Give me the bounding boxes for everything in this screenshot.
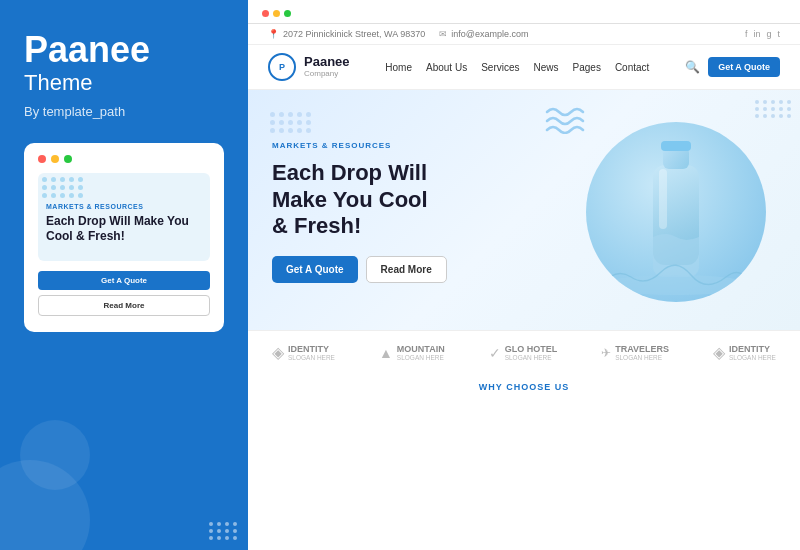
brand-title: Paanee [24, 30, 224, 70]
google-icon[interactable]: g [766, 29, 771, 39]
brand-travelers: ✈ TRAVELERS SLOGAN HERE [601, 344, 669, 361]
search-icon[interactable]: 🔍 [685, 60, 700, 74]
brand-slogan-5: SLOGAN HERE [729, 354, 776, 361]
twitter-icon[interactable]: t [777, 29, 780, 39]
why-choose-title: WHY CHOOSE US [272, 382, 776, 392]
browser-dot-yellow [273, 10, 280, 17]
brand-icon-1: ◈ [272, 343, 284, 362]
brand-icon-3: ✓ [489, 345, 501, 361]
hero-dots-top-right [755, 100, 792, 118]
hero-tag: MARKETS & RESOURCES [272, 141, 472, 150]
brand-slogan-4: SLOGAN HERE [615, 354, 669, 361]
brand-slogan-3: SLOGAN HERE [505, 354, 558, 361]
svg-rect-3 [659, 169, 667, 229]
hero-dots-left [270, 112, 312, 133]
nav-services[interactable]: Services [481, 62, 519, 73]
brand-slogan-2: SLOGAN HERE [397, 354, 445, 361]
brand-identity-1: ◈ IDENTITY SLOGAN HERE [272, 343, 335, 362]
nav-contact[interactable]: Contact [615, 62, 649, 73]
brand-name-3: GLO HOTEL [505, 344, 558, 354]
brand-author: By template_path [24, 104, 224, 119]
hero-read-more-button[interactable]: Read More [366, 256, 447, 283]
mini-get-quote-button[interactable]: Get A Quote [38, 271, 210, 290]
location-icon: 📍 [268, 29, 279, 39]
nav-links: Home About Us Services News Pages Contac… [385, 62, 649, 73]
water-bottle-circle [586, 122, 766, 302]
linkedin-icon[interactable]: in [753, 29, 760, 39]
hero-right-image [576, 122, 776, 302]
brand-mountain: ▲ MOUNTAIN SLOGAN HERE [379, 344, 445, 361]
window-dot-green [64, 155, 72, 163]
hero-buttons: Get A Quote Read More [272, 256, 472, 283]
mini-markets-tag: MARKETS & RESOURCES [46, 203, 202, 210]
logo-area: P Paanee Company [268, 53, 350, 81]
hero-get-quote-button[interactable]: Get A Quote [272, 256, 358, 283]
svg-rect-2 [661, 141, 691, 151]
mini-read-more-button[interactable]: Read More [38, 295, 210, 316]
hero-section: MARKETS & RESOURCES Each Drop Will Make … [248, 90, 800, 330]
facebook-icon[interactable]: f [745, 29, 748, 39]
site-topbar: 📍 2072 Pinnickinick Street, WA 98370 ✉ i… [248, 24, 800, 45]
left-panel: Paanee Theme By template_path MARKETS & … [0, 0, 248, 550]
brand-name-2: MOUNTAIN [397, 344, 445, 354]
mini-hero-heading: Each Drop Will Make You Cool & Fresh! [46, 214, 202, 245]
deco-circle-small [20, 420, 90, 490]
brand-icon-5: ◈ [713, 343, 725, 362]
browser-mockup: 📍 2072 Pinnickinick Street, WA 98370 ✉ i… [248, 0, 800, 550]
website-content: 📍 2072 Pinnickinick Street, WA 98370 ✉ i… [248, 24, 800, 550]
social-links[interactable]: f in g t [745, 29, 780, 39]
brand-name-5: IDENTITY [729, 344, 776, 354]
brand-subtitle: Theme [24, 70, 224, 96]
brand-slogan-1: SLOGAN HERE [288, 354, 335, 361]
browser-chrome [248, 0, 800, 24]
nav-actions: 🔍 Get A Quote [685, 57, 780, 77]
topbar-email: ✉ info@example.com [439, 29, 528, 39]
logo-name: Paanee [304, 55, 350, 69]
nav-pages[interactable]: Pages [573, 62, 601, 73]
brand-name-4: TRAVELERS [615, 344, 669, 354]
window-dot-red [38, 155, 46, 163]
browser-window-dots [262, 10, 291, 17]
window-dot-yellow [51, 155, 59, 163]
site-navbar: P Paanee Company Home About Us Services … [248, 45, 800, 90]
brand-name-1: IDENTITY [288, 344, 335, 354]
nav-home[interactable]: Home [385, 62, 412, 73]
hero-left-content: MARKETS & RESOURCES Each Drop Will Make … [272, 141, 472, 282]
svg-point-4 [601, 275, 751, 295]
browser-dot-green [284, 10, 291, 17]
hero-heading: Each Drop Will Make You Cool & Fresh! [272, 160, 472, 239]
nav-about[interactable]: About Us [426, 62, 467, 73]
email-icon: ✉ [439, 29, 447, 39]
mini-preview-card: MARKETS & RESOURCES Each Drop Will Make … [24, 143, 224, 332]
brand-glo-hotel: ✓ GLO HOTEL SLOGAN HERE [489, 344, 558, 361]
brand-identity-2: ◈ IDENTITY SLOGAN HERE [713, 343, 776, 362]
brand-icon-2: ▲ [379, 345, 393, 361]
mini-hero-bg: MARKETS & RESOURCES Each Drop Will Make … [38, 173, 210, 261]
get-quote-button[interactable]: Get A Quote [708, 57, 780, 77]
browser-dot-red [262, 10, 269, 17]
logo-icon: P [268, 53, 296, 81]
decorative-dots-bottom [209, 522, 238, 540]
brand-icon-4: ✈ [601, 346, 611, 360]
brands-section: ◈ IDENTITY SLOGAN HERE ▲ MOUNTAIN SLOGAN… [248, 330, 800, 374]
topbar-address: 📍 2072 Pinnickinick Street, WA 98370 [268, 29, 425, 39]
logo-desc: Company [304, 70, 350, 79]
nav-news[interactable]: News [534, 62, 559, 73]
why-choose-section: WHY CHOOSE US [248, 374, 800, 400]
